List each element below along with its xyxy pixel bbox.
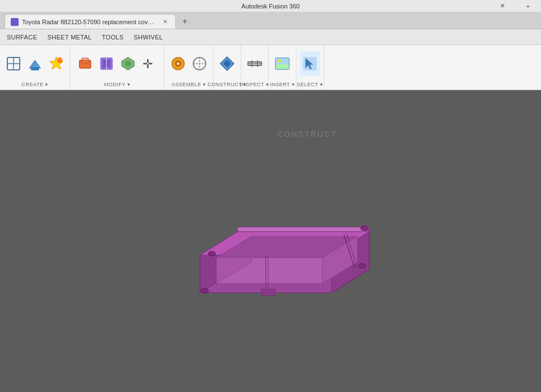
modify3-button[interactable] bbox=[118, 51, 138, 76]
svg-point-47 bbox=[201, 288, 209, 293]
extrude-icon bbox=[27, 56, 43, 72]
3d-model bbox=[130, 140, 411, 342]
svg-point-45 bbox=[208, 251, 215, 256]
model-svg bbox=[130, 140, 411, 342]
menu-shwivel[interactable]: SHWIVEL bbox=[129, 32, 167, 42]
menu-sheet-metal[interactable]: SHEET METAL bbox=[43, 32, 96, 42]
menu-tools[interactable]: TOOLS bbox=[97, 32, 128, 42]
svg-marker-3 bbox=[29, 60, 41, 68]
menu-bar: SURFACE SHEET METAL TOOLS SHWIVEL bbox=[0, 29, 541, 45]
sketch-button[interactable] bbox=[3, 51, 24, 76]
create-buttons bbox=[3, 51, 66, 76]
joint-button[interactable] bbox=[189, 51, 210, 76]
assemble-icon bbox=[170, 56, 186, 72]
select-buttons bbox=[300, 51, 320, 76]
modify2-button[interactable] bbox=[96, 51, 117, 76]
toolbar-group-construct: CONSTRUCT ▾ bbox=[214, 45, 241, 90]
insert-image-icon bbox=[274, 56, 290, 72]
modify3-icon bbox=[120, 56, 136, 72]
main-tab[interactable]: Toyota Radar 882120-57090 replacement co… bbox=[5, 14, 176, 29]
modify2-icon bbox=[99, 56, 114, 72]
toolbar-group-inspect: INSPECT ▾ bbox=[241, 45, 269, 90]
toolbar: CREATE ▾ bbox=[0, 45, 541, 90]
construct-button[interactable] bbox=[217, 51, 237, 76]
svg-rect-4 bbox=[31, 67, 39, 70]
3d-viewport[interactable]: CONSTRUCT . bbox=[0, 90, 541, 392]
toolbar-group-modify: ✛ MODIFY ▾ bbox=[70, 45, 165, 90]
assemble-button[interactable] bbox=[168, 51, 188, 76]
inspect-button[interactable] bbox=[245, 51, 265, 76]
svg-text:✛: ✛ bbox=[143, 57, 153, 71]
svg-marker-37 bbox=[238, 227, 369, 231]
joint-icon bbox=[192, 56, 207, 72]
inspect-buttons bbox=[245, 51, 265, 76]
svg-point-46 bbox=[361, 226, 368, 230]
construct-icon bbox=[219, 56, 235, 72]
title-bar: Autodesk Fusion 360 ✕ + bbox=[0, 0, 541, 12]
tab-close-button[interactable]: ✕ bbox=[161, 17, 170, 26]
modify-buttons: ✛ bbox=[75, 51, 159, 76]
close-button[interactable]: ✕ bbox=[489, 0, 515, 12]
tab-bar: Toyota Radar 882120-57090 replacement co… bbox=[0, 12, 541, 29]
insert-label: INSERT ▾ bbox=[270, 82, 295, 87]
svg-rect-8 bbox=[82, 58, 88, 64]
select-button[interactable] bbox=[300, 51, 320, 76]
inspect-icon bbox=[247, 56, 263, 72]
insert-buttons bbox=[272, 51, 292, 76]
select-label: SELECT ▾ bbox=[297, 82, 323, 87]
inspect-label: INSPECT ▾ bbox=[241, 82, 269, 87]
assemble-label: ASSEMBLE ▾ bbox=[171, 82, 206, 87]
move-icon: ✛ bbox=[141, 56, 157, 72]
svg-point-30 bbox=[277, 59, 281, 63]
select-icon bbox=[302, 56, 318, 72]
toolbar-group-create: CREATE ▾ bbox=[0, 45, 70, 90]
construct-buttons bbox=[217, 51, 237, 76]
extrude-button[interactable] bbox=[25, 51, 45, 76]
tab-title: Toyota Radar 882120-57090 replacement co… bbox=[22, 19, 157, 25]
move-button[interactable]: ✛ bbox=[139, 51, 159, 76]
svg-rect-29 bbox=[276, 64, 289, 69]
new-tab-button[interactable]: + bbox=[177, 14, 193, 29]
svg-point-17 bbox=[177, 63, 179, 65]
svg-point-6 bbox=[57, 57, 63, 63]
menu-surface[interactable]: SURFACE bbox=[2, 32, 42, 42]
toolbar-group-select: SELECT ▾ bbox=[296, 45, 324, 90]
star-icon bbox=[48, 56, 64, 72]
sketch-icon bbox=[6, 56, 21, 72]
svg-rect-54 bbox=[261, 289, 275, 296]
push-pull-button[interactable] bbox=[75, 51, 95, 76]
star-button[interactable] bbox=[46, 51, 66, 76]
modify-label: MODIFY ▾ bbox=[104, 82, 130, 87]
push-pull-icon bbox=[77, 56, 93, 72]
app-title: Autodesk Fusion 360 bbox=[241, 3, 299, 10]
insert-image-button[interactable] bbox=[272, 51, 292, 76]
assemble-buttons bbox=[168, 51, 210, 76]
add-tab-button[interactable]: + bbox=[515, 0, 541, 12]
svg-point-48 bbox=[358, 264, 366, 268]
tab-icon bbox=[11, 18, 19, 26]
create-label: CREATE ▾ bbox=[21, 82, 48, 87]
construct-overlay-label: CONSTRUCT . bbox=[277, 130, 344, 139]
toolbar-group-insert: INSERT ▾ bbox=[269, 45, 296, 90]
window-controls: ✕ + bbox=[489, 0, 541, 12]
toolbar-group-assemble: ASSEMBLE ▾ bbox=[165, 45, 214, 90]
